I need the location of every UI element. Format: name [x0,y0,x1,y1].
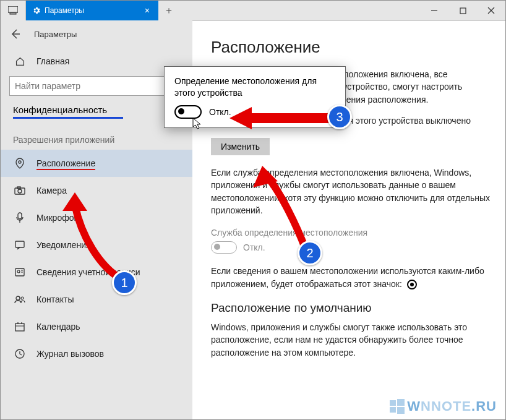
svg-rect-15 [15,241,24,247]
maximize-button[interactable] [448,1,477,20]
close-button[interactable] [477,1,505,20]
window-controls [420,1,505,20]
svg-rect-3 [460,8,466,14]
callhistory-icon [13,349,27,359]
popup-text: Определение местоположения для этого уст… [174,75,335,99]
location-service-label: Служба определения местоположения [211,228,491,238]
sidebar-item-microphone[interactable]: Микрофон [1,204,192,231]
change-button[interactable]: Изменить [211,138,270,155]
svg-rect-32 [397,399,405,406]
titlebar: Параметры × ＋ [1,1,505,21]
svg-point-21 [21,297,24,299]
popup-toggle-label: Откл. [209,107,231,117]
popup-toggle-track [174,105,202,119]
popup-toggle-knob [178,108,184,114]
svg-point-11 [18,189,22,193]
location-service-toggle: Откл. [211,241,491,254]
sidebar-item-calendar[interactable]: Календарь [1,313,192,340]
page-title: Расположение [211,38,491,57]
default-location-paragraph: Windows, приложения и службы смогут такж… [211,321,491,359]
svg-rect-22 [15,324,24,331]
location-icon [13,158,27,169]
sidebar-title: Параметры [34,30,77,39]
calendar-icon [13,322,27,332]
account-icon [13,267,27,277]
sidebar-item-label: Камера [36,186,67,195]
sidebar-item-label: Сведения учетной записи [36,267,140,277]
camera-icon [13,186,27,195]
windows-logo-icon [390,399,405,414]
device-location-popup: Определение местоположения для этого уст… [164,66,346,128]
sidebar-item-contacts[interactable]: Контакты [1,286,192,313]
search-field[interactable] [14,80,169,92]
sidebar-item-label: Микрофон [36,213,79,223]
toggle-knob [214,244,220,250]
taskview-icon [8,6,18,15]
svg-point-9 [19,161,21,163]
svg-rect-34 [397,407,405,414]
svg-rect-31 [390,400,396,406]
popup-toggle[interactable]: Откл. [174,105,335,119]
microphone-icon [13,212,27,223]
home-icon [13,56,27,67]
sidebar-item-label: Главная [36,56,69,66]
sidebar-category-privacy[interactable]: Конфиденциальность [13,105,123,119]
toggle-track [211,241,237,254]
new-tab-button[interactable]: ＋ [158,1,179,20]
sidebar-item-account[interactable]: Сведения учетной записи [1,259,192,286]
sidebar-header: Параметры [1,20,192,48]
sidebar-item-label: Календарь [36,322,80,332]
svg-point-17 [17,270,20,273]
search-input[interactable] [9,76,184,96]
contacts-icon [13,295,27,304]
watermark: WNNOTE.RU [390,398,497,414]
tab-label: Параметры [45,6,140,15]
location-in-use-icon [407,280,417,289]
back-button[interactable] [9,28,22,40]
sidebar-item-notifications[interactable]: Уведомления [1,231,192,259]
sidebar-item-camera[interactable]: Камера [1,177,192,204]
settings-window: Параметры × ＋ Параметры Главная [0,0,506,420]
gear-icon [32,6,41,15]
svg-rect-33 [390,407,396,413]
sidebar-item-label: Расположение [36,158,95,168]
svg-rect-0 [8,6,18,12]
taskview-button[interactable] [1,1,26,20]
sidebar-item-label: Уведомления [36,240,91,250]
tab-close-icon[interactable]: × [140,6,155,15]
sidebar-item-callhistory[interactable]: Журнал вызовов [1,340,192,367]
cursor-icon [192,118,202,130]
minimize-button[interactable] [420,1,448,20]
explain-paragraph: Если служба определения местоположения в… [211,166,491,216]
notifications-icon [13,240,27,250]
sidebar-item-label: Контакты [36,294,74,304]
sidebar-item-location[interactable]: Расположение [1,150,192,177]
sidebar-item-label: Журнал вызовов [36,349,104,359]
tab-settings[interactable]: Параметры × [26,1,158,20]
toggle-state-label: Откл. [243,242,265,252]
svg-rect-13 [18,213,22,219]
svg-point-20 [16,296,20,300]
svg-rect-1 [10,13,16,14]
location-icon-paragraph: Если сведения о вашем местоположении исп… [211,265,491,290]
default-location-heading: Расположение по умолчанию [211,301,491,315]
